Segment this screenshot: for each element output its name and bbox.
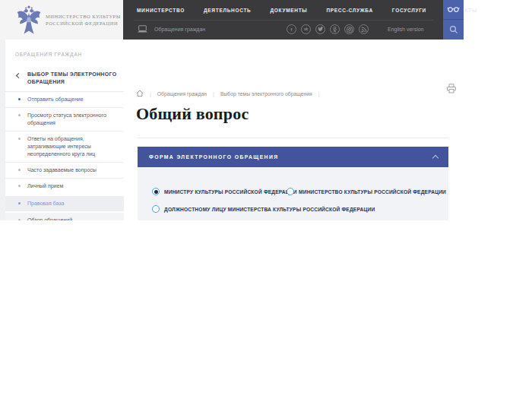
coat-of-arms-eagle-icon xyxy=(16,5,42,36)
breadcrumb-separator: | xyxy=(150,91,151,97)
logo-line1: МИНИСТЕРСТВО КУЛЬТУРЫ xyxy=(46,13,121,20)
radio-ministry[interactable]: МИНИСТЕРСТВО КУЛЬТУРЫ РОССИЙСКОЙ ФЕДЕРАЦ… xyxy=(287,188,446,195)
form-header-label: ФОРМА ЭЛЕКТРОННОГО ОБРАЩЕНИЯ xyxy=(149,154,278,160)
instagram-icon[interactable] xyxy=(344,24,354,34)
electronic-appeal-form: МИНИСТРУ КУЛЬТУРЫ РОССИЙСКОЙ ФЕДЕРАЦИИ М… xyxy=(138,167,448,220)
radio-ministry-label: МИНИСТЕРСТВО КУЛЬТУРЫ РОССИЙСКОЙ ФЕДЕРАЦ… xyxy=(299,189,446,195)
sub-navigation: Обращения граждан f vk xyxy=(123,20,443,40)
vk-glyph: vk xyxy=(304,27,308,31)
sidebar-back-item[interactable]: ВЫБОР ТЕМЫ ЭЛЕКТРОННОГО ОБРАЩЕНИЯ xyxy=(27,71,119,85)
sidebar-item-legal-base[interactable]: Правовая база xyxy=(5,196,124,211)
facebook-icon[interactable]: f xyxy=(287,24,296,34)
breadcrumb-citizens-appeals[interactable]: Обращения граждан xyxy=(157,91,207,97)
rss-icon[interactable] xyxy=(359,24,369,34)
sidebar-item-send-appeal[interactable]: Отправить обращение xyxy=(5,92,124,107)
breadcrumb: | Обращения граждан | Выбор темы электро… xyxy=(136,90,320,97)
printer-icon xyxy=(446,84,457,93)
logo[interactable]: МИНИСТЕРСТВО КУЛЬТУРЫ РОССИЙСКОЙ ФЕДЕРАЦ… xyxy=(0,0,123,40)
site-header: МИНИСТЕРСТВО КУЛЬТУРЫ РОССИЙСКОЙ ФЕДЕРАЦ… xyxy=(0,0,464,40)
sidebar-item-faq[interactable]: Часто задаваемые вопросы xyxy=(5,162,124,178)
accessibility-version-button[interactable] xyxy=(443,0,464,20)
sidebar-item-personal-reception[interactable]: Личный прием xyxy=(5,178,124,194)
sidebar-menu: Отправить обращение Просмотр статуса эле… xyxy=(5,91,124,220)
radio-official[interactable]: ДОЛЖНОСТНОМУ ЛИЦУ МИНИСТЕРСТВА КУЛЬТУРЫ … xyxy=(152,205,375,213)
sidebar: ОБРАЩЕНИЯ ГРАЖДАН ВЫБОР ТЕМЫ ЭЛЕКТРОННОГ… xyxy=(5,40,124,220)
main-menu: МИНИСТЕРСТВО ДЕЯТЕЛЬНОСТЬ ДОКУМЕНТЫ ПРЕС… xyxy=(123,0,443,20)
form-header-bar[interactable]: ФОРМА ЭЛЕКТРОННОГО ОБРАЩЕНИЯ xyxy=(138,147,448,167)
left-gutter xyxy=(0,40,5,220)
logo-line2: РОССИЙСКОЙ ФЕДЕРАЦИИ xyxy=(46,20,121,27)
social-links: f vk xyxy=(287,24,369,34)
breadcrumb-topic-choice[interactable]: Выбор темы электронного обращения xyxy=(220,91,312,97)
page-body: ОБРАЩЕНИЯ ГРАЖДАН ВЫБОР ТЕМЫ ЭЛЕКТРОННОГ… xyxy=(0,40,532,220)
nav-activity[interactable]: ДЕЯТЕЛЬНОСТЬ xyxy=(204,8,252,13)
sidebar-item-appeals-review[interactable]: Обзор обращений xyxy=(5,213,124,220)
radio-ministry-control[interactable] xyxy=(287,188,294,195)
nav-documents[interactable]: ДОКУМЕНТЫ xyxy=(270,8,307,13)
radio-minister-label: МИНИСТРУ КУЛЬТУРЫ РОССИЙСКОЙ ФЕДЕРАЦИИ xyxy=(164,189,297,195)
search-icon xyxy=(449,25,458,34)
top-navigation: МИНИСТЕРСТВО ДЕЯТЕЛЬНОСТЬ ДОКУМЕНТЫ ПРЕС… xyxy=(123,0,443,40)
nav-gosuslugi[interactable]: ГОСУСЛУГИ xyxy=(392,8,426,13)
nav-press[interactable]: ПРЕСС-СЛУЖБА xyxy=(326,8,372,13)
logo-text: МИНИСТЕРСТВО КУЛЬТУРЫ РОССИЙСКОЙ ФЕДЕРАЦ… xyxy=(46,13,121,27)
sidebar-item-answers[interactable]: Ответы на обращения, затрагивающие интер… xyxy=(5,131,124,162)
breadcrumb-separator: | xyxy=(213,91,214,97)
content-divider xyxy=(137,138,448,138)
radio-minister[interactable]: МИНИСТРУ КУЛЬТУРЫ РОССИЙСКОЙ ФЕДЕРАЦИИ xyxy=(152,188,297,195)
search-button[interactable] xyxy=(443,20,464,40)
laptop-icon xyxy=(137,25,148,33)
odnoklassniki-icon[interactable] xyxy=(330,24,340,34)
sidebar-section-label: ОБРАЩЕНИЯ ГРАЖДАН xyxy=(15,52,82,57)
nav-ministry[interactable]: МИНИСТЕРСТВО xyxy=(137,8,185,13)
header-action-column xyxy=(443,0,464,40)
home-icon[interactable] xyxy=(136,90,144,97)
vk-icon[interactable]: vk xyxy=(301,24,311,34)
twitter-icon[interactable] xyxy=(315,24,325,34)
chevron-left-icon xyxy=(16,73,21,78)
page-title: Общий вопрос xyxy=(136,104,249,124)
chevron-up-icon xyxy=(432,155,439,161)
facebook-glyph: f xyxy=(291,27,293,32)
radio-official-control[interactable] xyxy=(152,205,160,213)
glasses-icon xyxy=(447,6,460,13)
radio-minister-control[interactable] xyxy=(152,188,160,195)
subnav-citizens-appeals[interactable]: Обращения граждан xyxy=(154,27,205,32)
radio-official-label: ДОЛЖНОСТНОМУ ЛИЦУ МИНИСТЕРСТВА КУЛЬТУРЫ … xyxy=(164,207,375,212)
english-version-link[interactable]: English version xyxy=(388,27,423,32)
breadcrumb-separator: | xyxy=(318,91,320,97)
page: МИНИСТЕРСТВО КУЛЬТУРЫ РОССИЙСКОЙ ФЕДЕРАЦ… xyxy=(0,0,532,399)
print-button[interactable] xyxy=(446,83,457,97)
sidebar-item-status[interactable]: Просмотр статуса электронного обращения xyxy=(5,107,124,131)
